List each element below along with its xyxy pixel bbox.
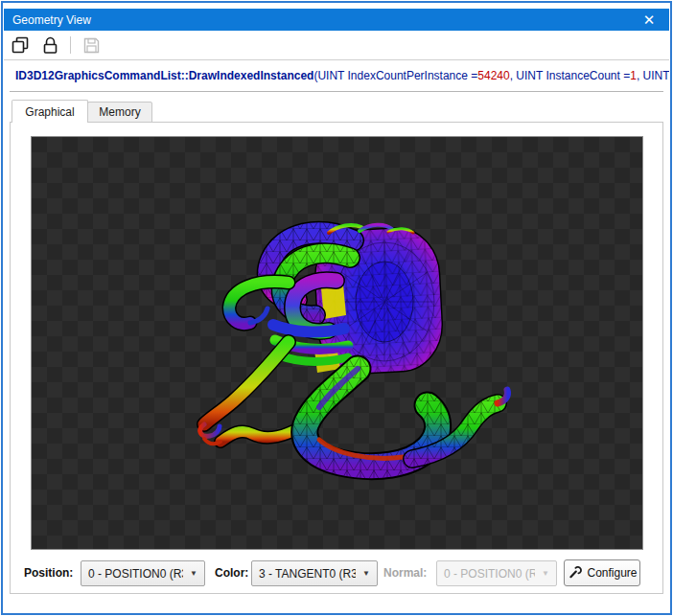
chevron-down-icon: ▼	[535, 569, 556, 578]
api-param-text: (UINT IndexCountPerInstance =	[313, 69, 477, 82]
color-dropdown-value: 3 - TANGENT0 (R32G32	[252, 567, 356, 581]
normal-dropdown-value: 0 - POSITION0 (R32G3	[437, 567, 535, 581]
tab-graphical[interactable]: Graphical	[12, 100, 88, 123]
chevron-down-icon: ▼	[183, 569, 204, 578]
api-param-text: , UINT InstanceCount =	[510, 69, 631, 82]
position-dropdown-value: 0 - POSITION0 (R32G3	[81, 567, 183, 581]
position-dropdown[interactable]: 0 - POSITION0 (R32G3 ▼	[81, 560, 205, 586]
color-label: Color:	[215, 560, 248, 586]
configure-button-label: Configure	[587, 566, 637, 580]
lock-icon[interactable]	[39, 34, 60, 56]
tab-strip: Graphical Memory	[12, 100, 152, 123]
color-dropdown[interactable]: 3 - TANGENT0 (R32G32 ▼	[251, 560, 378, 586]
api-param-value: 1	[630, 69, 637, 82]
tab-memory[interactable]: Memory	[87, 102, 152, 123]
normal-label: Normal:	[383, 560, 427, 586]
chevron-down-icon: ▼	[356, 569, 377, 578]
api-param-value: 54240	[477, 69, 509, 82]
save-icon	[81, 34, 102, 56]
title-bar: Geometry View ✕	[4, 9, 669, 31]
toolbar	[4, 31, 669, 59]
toolbar-separator	[70, 36, 71, 54]
close-icon[interactable]: ✕	[637, 9, 661, 31]
window-title: Geometry View	[4, 13, 91, 27]
geometry-view-window: Geometry View ✕ ID3D12GraphicsCo	[0, 0, 673, 616]
api-param-text: , UINT StartI...n	[637, 69, 669, 82]
normal-dropdown: 0 - POSITION0 (R32G3 ▼	[436, 560, 557, 586]
wrench-icon	[567, 565, 582, 581]
separator-line	[10, 91, 663, 92]
geometry-model	[32, 137, 642, 549]
geometry-viewport[interactable]	[31, 136, 643, 550]
api-method-name: ID3D12GraphicsCommandList::DrawIndexedIn…	[15, 69, 313, 82]
position-label: Position:	[24, 560, 73, 586]
api-call-text: ID3D12GraphicsCommandList::DrawIndexedIn…	[4, 59, 669, 90]
configure-button[interactable]: Configure	[564, 559, 640, 586]
copy-icon[interactable]	[10, 34, 31, 56]
